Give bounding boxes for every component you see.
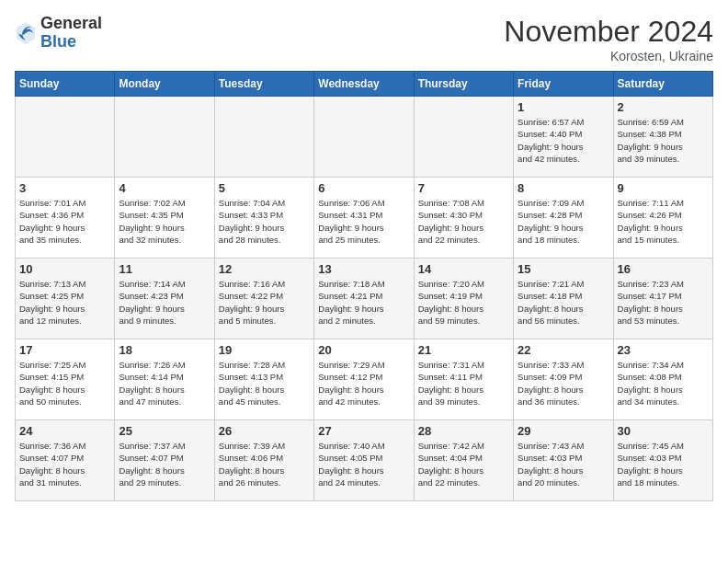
header-saturday: Saturday xyxy=(613,72,712,97)
calendar-header-row: SundayMondayTuesdayWednesdayThursdayFrid… xyxy=(16,72,713,97)
day-number: 16 xyxy=(618,262,709,276)
calendar-cell: 2Sunrise: 6:59 AMSunset: 4:38 PMDaylight… xyxy=(613,97,712,178)
day-number: 18 xyxy=(119,343,210,357)
calendar-cell xyxy=(214,97,313,178)
week-row-2: 3Sunrise: 7:01 AMSunset: 4:36 PMDaylight… xyxy=(16,178,713,259)
calendar-cell: 14Sunrise: 7:20 AMSunset: 4:19 PMDayligh… xyxy=(414,259,513,339)
calendar-cell: 22Sunrise: 7:33 AMSunset: 4:09 PMDayligh… xyxy=(514,339,613,420)
day-number: 7 xyxy=(418,181,509,195)
calendar-cell: 23Sunrise: 7:34 AMSunset: 4:08 PMDayligh… xyxy=(613,339,712,420)
calendar-cell: 12Sunrise: 7:16 AMSunset: 4:22 PMDayligh… xyxy=(214,259,313,339)
week-row-5: 24Sunrise: 7:36 AMSunset: 4:07 PMDayligh… xyxy=(16,420,713,501)
day-number: 15 xyxy=(518,262,609,276)
calendar-cell: 27Sunrise: 7:40 AMSunset: 4:05 PMDayligh… xyxy=(314,420,414,501)
day-number: 27 xyxy=(318,424,409,438)
week-row-3: 10Sunrise: 7:13 AMSunset: 4:25 PMDayligh… xyxy=(16,259,713,339)
week-row-1: 1Sunrise: 6:57 AMSunset: 4:40 PMDaylight… xyxy=(16,97,713,178)
header-tuesday: Tuesday xyxy=(214,72,313,97)
title-area: November 2024 Korosten, Ukraine xyxy=(504,15,713,63)
day-info: Sunrise: 7:18 AMSunset: 4:21 PMDaylight:… xyxy=(318,278,409,327)
calendar-cell: 17Sunrise: 7:25 AMSunset: 4:15 PMDayligh… xyxy=(16,339,115,420)
calendar-cell: 5Sunrise: 7:04 AMSunset: 4:33 PMDaylight… xyxy=(214,178,313,259)
day-number: 22 xyxy=(518,343,609,357)
calendar-cell: 1Sunrise: 6:57 AMSunset: 4:40 PMDaylight… xyxy=(514,97,613,178)
day-info: Sunrise: 7:45 AMSunset: 4:03 PMDaylight:… xyxy=(618,440,709,488)
calendar-cell: 15Sunrise: 7:21 AMSunset: 4:18 PMDayligh… xyxy=(514,259,613,339)
location: Korosten, Ukraine xyxy=(504,49,713,63)
day-info: Sunrise: 7:08 AMSunset: 4:30 PMDaylight:… xyxy=(418,197,509,246)
day-info: Sunrise: 7:23 AMSunset: 4:17 PMDaylight:… xyxy=(618,278,709,327)
day-info: Sunrise: 7:33 AMSunset: 4:09 PMDaylight:… xyxy=(518,359,609,408)
day-info: Sunrise: 7:06 AMSunset: 4:31 PMDaylight:… xyxy=(318,197,409,246)
day-info: Sunrise: 7:25 AMSunset: 4:15 PMDaylight:… xyxy=(19,359,110,408)
logo-general: General xyxy=(40,15,102,33)
calendar-cell xyxy=(414,97,513,178)
day-number: 23 xyxy=(618,343,709,357)
day-number: 20 xyxy=(318,343,409,357)
day-number: 12 xyxy=(219,262,310,276)
day-info: Sunrise: 7:37 AMSunset: 4:07 PMDaylight:… xyxy=(119,440,210,488)
day-number: 21 xyxy=(418,343,509,357)
page-header: General Blue November 2024 Korosten, Ukr… xyxy=(15,15,713,63)
calendar-cell: 3Sunrise: 7:01 AMSunset: 4:36 PMDaylight… xyxy=(16,178,115,259)
calendar-cell: 19Sunrise: 7:28 AMSunset: 4:13 PMDayligh… xyxy=(214,339,313,420)
day-number: 14 xyxy=(418,262,509,276)
calendar-cell: 6Sunrise: 7:06 AMSunset: 4:31 PMDaylight… xyxy=(314,178,414,259)
header-thursday: Thursday xyxy=(414,72,513,97)
day-number: 29 xyxy=(518,424,609,438)
day-info: Sunrise: 7:04 AMSunset: 4:33 PMDaylight:… xyxy=(219,197,310,246)
calendar-cell: 28Sunrise: 7:42 AMSunset: 4:04 PMDayligh… xyxy=(414,420,513,501)
day-number: 11 xyxy=(119,262,210,276)
day-info: Sunrise: 6:59 AMSunset: 4:38 PMDaylight:… xyxy=(618,116,709,165)
calendar-cell xyxy=(314,97,414,178)
day-number: 17 xyxy=(19,343,110,357)
calendar-cell xyxy=(115,97,214,178)
day-number: 30 xyxy=(618,424,709,438)
day-info: Sunrise: 7:13 AMSunset: 4:25 PMDaylight:… xyxy=(19,278,110,327)
calendar-cell: 21Sunrise: 7:31 AMSunset: 4:11 PMDayligh… xyxy=(414,339,513,420)
day-number: 10 xyxy=(19,262,110,276)
day-number: 2 xyxy=(618,100,709,114)
day-number: 4 xyxy=(119,181,210,195)
day-number: 19 xyxy=(219,343,310,357)
day-info: Sunrise: 7:21 AMSunset: 4:18 PMDaylight:… xyxy=(518,278,609,327)
logo-blue: Blue xyxy=(40,33,102,52)
logo: General Blue xyxy=(15,15,102,52)
calendar-cell: 29Sunrise: 7:43 AMSunset: 4:03 PMDayligh… xyxy=(514,420,613,501)
day-info: Sunrise: 7:01 AMSunset: 4:36 PMDaylight:… xyxy=(19,197,110,246)
day-number: 28 xyxy=(418,424,509,438)
day-info: Sunrise: 7:28 AMSunset: 4:13 PMDaylight:… xyxy=(219,359,310,408)
calendar-cell: 8Sunrise: 7:09 AMSunset: 4:28 PMDaylight… xyxy=(514,178,613,259)
day-number: 13 xyxy=(318,262,409,276)
calendar-cell: 7Sunrise: 7:08 AMSunset: 4:30 PMDaylight… xyxy=(414,178,513,259)
calendar-cell xyxy=(16,97,115,178)
logo-icon xyxy=(15,20,37,46)
calendar-cell: 10Sunrise: 7:13 AMSunset: 4:25 PMDayligh… xyxy=(16,259,115,339)
header-wednesday: Wednesday xyxy=(314,72,414,97)
day-number: 9 xyxy=(618,181,709,195)
day-number: 25 xyxy=(119,424,210,438)
calendar-cell: 11Sunrise: 7:14 AMSunset: 4:23 PMDayligh… xyxy=(115,259,214,339)
day-info: Sunrise: 7:09 AMSunset: 4:28 PMDaylight:… xyxy=(518,197,609,246)
day-number: 24 xyxy=(19,424,110,438)
header-sunday: Sunday xyxy=(16,72,115,97)
calendar-cell: 24Sunrise: 7:36 AMSunset: 4:07 PMDayligh… xyxy=(16,420,115,501)
day-info: Sunrise: 7:31 AMSunset: 4:11 PMDaylight:… xyxy=(418,359,509,408)
calendar-cell: 26Sunrise: 7:39 AMSunset: 4:06 PMDayligh… xyxy=(214,420,313,501)
day-info: Sunrise: 7:39 AMSunset: 4:06 PMDaylight:… xyxy=(219,440,310,488)
day-info: Sunrise: 7:26 AMSunset: 4:14 PMDaylight:… xyxy=(119,359,210,408)
day-number: 6 xyxy=(318,181,409,195)
calendar-cell: 13Sunrise: 7:18 AMSunset: 4:21 PMDayligh… xyxy=(314,259,414,339)
header-monday: Monday xyxy=(115,72,214,97)
day-info: Sunrise: 7:16 AMSunset: 4:22 PMDaylight:… xyxy=(219,278,310,327)
day-number: 8 xyxy=(518,181,609,195)
calendar-cell: 16Sunrise: 7:23 AMSunset: 4:17 PMDayligh… xyxy=(613,259,712,339)
day-number: 26 xyxy=(219,424,310,438)
calendar-cell: 18Sunrise: 7:26 AMSunset: 4:14 PMDayligh… xyxy=(115,339,214,420)
day-info: Sunrise: 7:11 AMSunset: 4:26 PMDaylight:… xyxy=(618,197,709,246)
day-info: Sunrise: 7:42 AMSunset: 4:04 PMDaylight:… xyxy=(418,440,509,488)
calendar-cell: 25Sunrise: 7:37 AMSunset: 4:07 PMDayligh… xyxy=(115,420,214,501)
day-info: Sunrise: 7:40 AMSunset: 4:05 PMDaylight:… xyxy=(318,440,409,488)
week-row-4: 17Sunrise: 7:25 AMSunset: 4:15 PMDayligh… xyxy=(16,339,713,420)
day-info: Sunrise: 7:36 AMSunset: 4:07 PMDaylight:… xyxy=(19,440,110,488)
